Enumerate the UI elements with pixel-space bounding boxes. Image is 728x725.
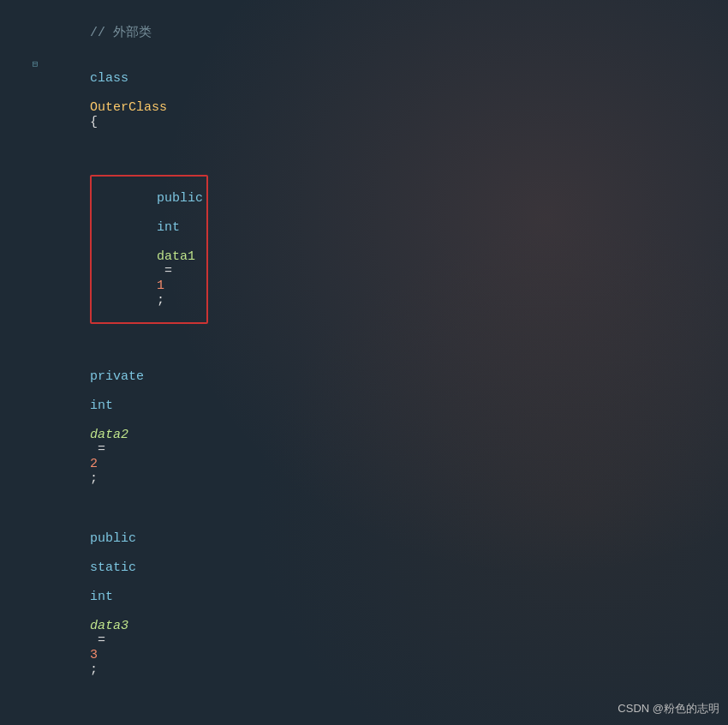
type-token: int (90, 590, 113, 604)
fold-icon: ⊟ (30, 58, 40, 69)
space-token (157, 235, 164, 249)
code-line-4: private int data2 = 2 ; (0, 339, 728, 501)
comment-token: // 外部类 (90, 26, 152, 40)
keyword-token: class (90, 71, 128, 86)
assign-token: = (157, 264, 180, 279)
keyword-token: static (90, 560, 136, 575)
watermark: CSDN @粉色的志明 (618, 701, 719, 716)
code-line-5: public static int data3 = 3 ; (0, 501, 728, 692)
keyword-token: public (90, 531, 136, 546)
code-editor: // 外部类 ⊟ class OuterClass { public int d… (0, 0, 728, 725)
code-text: public int data1 = 1 ; (40, 146, 728, 339)
brace-token: { (90, 115, 98, 129)
code-text: // 外部类 (40, 9, 728, 55)
code-line-3: public int data1 = 1 ; (0, 145, 728, 339)
type-token: int (157, 220, 180, 235)
type-token: int (90, 398, 113, 413)
code-text: class OuterClass { (40, 57, 728, 144)
field-token: data3 (90, 619, 128, 633)
code-line-1: // 外部类 (0, 9, 728, 56)
space-token (157, 206, 164, 220)
keyword-token: private (90, 369, 144, 384)
code-line-2: ⊟ class OuterClass { (0, 56, 728, 145)
space-token (90, 86, 98, 100)
classname-token: OuterClass (90, 100, 167, 115)
num-token: 3 (90, 648, 98, 662)
field-token: data2 (90, 428, 128, 442)
code-text: private int data2 = 2 ; (40, 340, 728, 500)
num-token: 1 (157, 279, 164, 293)
num-token: 2 (90, 457, 98, 471)
semi-token: ; (157, 293, 164, 308)
code-text: public static int data3 = 3 ; (40, 502, 728, 692)
field-token: data1 (157, 249, 195, 264)
keyword-token: public (157, 191, 203, 206)
